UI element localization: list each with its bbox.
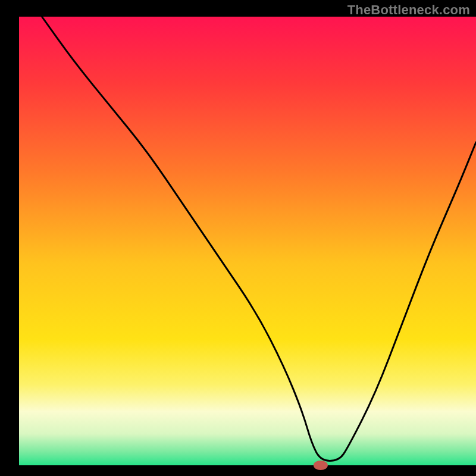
bottleneck-chart — [0, 0, 476, 476]
plot-background — [19, 17, 476, 465]
chart-frame: TheBottleneck.com — [0, 0, 476, 476]
optimal-marker — [314, 461, 328, 470]
watermark-text: TheBottleneck.com — [347, 2, 470, 18]
